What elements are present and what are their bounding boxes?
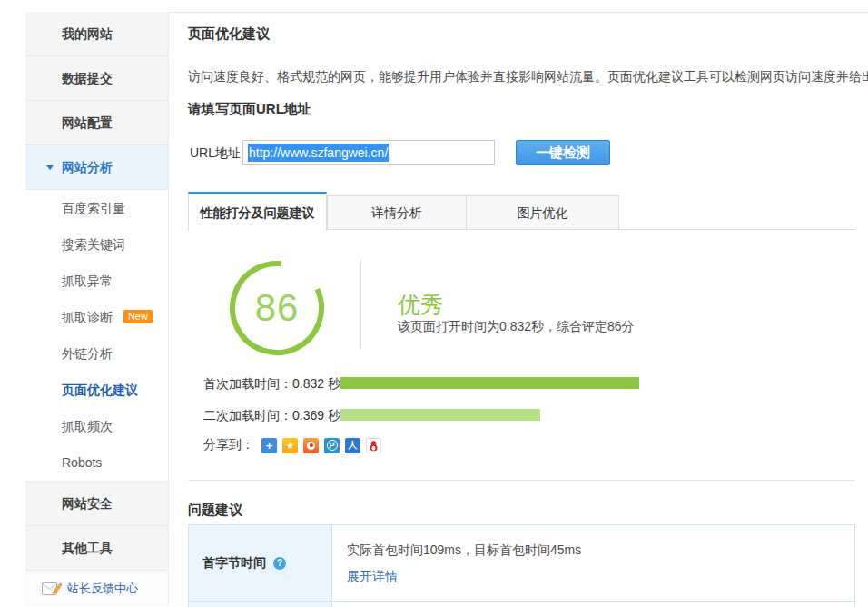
issues-title: 问题建议 [188,502,242,519]
feedback-center-link[interactable]: 站长反馈中心 [25,571,168,606]
analysis-submenu: 百度索引量 搜索关键词 抓取异常 抓取诊断 New 外链分析 页面优化建议 抓取… [25,190,168,482]
section-divider [188,480,855,481]
main-content: 页面优化建议 访问速度良好、格式规范的网页，能够提升用户体验并直接影响网站流量。… [188,12,855,607]
sidebar-item-label: 我的网站 [62,26,113,41]
feedback-center-label: 站长反馈中心 [67,581,138,597]
sidebar-item-label: 网站配置 [62,115,113,130]
share-label: 分享到： [203,437,254,453]
pengyou-p: P [327,440,338,451]
sidebar-item-robots[interactable]: Robots [25,444,168,481]
caret-down-icon [46,165,54,170]
issues-table: 首字节时间 ? 实际首包时间109ms，目标首包时间45ms 展开详情 [188,524,855,607]
result-tabs: 性能打分及问题建议 详情分析 图片优化 [188,192,855,230]
sina-weibo-icon[interactable] [303,438,319,453]
metric-label: 二次加载时间： [203,408,292,424]
metric-bar [340,377,639,389]
sidebar-item-my-site[interactable]: 我的网站 [25,12,168,56]
sidebar-item-crawl-frequency[interactable]: 抓取频次 [25,408,168,444]
score-grade: 优秀 [398,290,443,320]
metric-value: 0.369 秒 [292,408,340,424]
sidebar-item-site-config[interactable]: 网站配置 [25,101,168,145]
sidebar-item-crawl-errors[interactable]: 抓取异常 [25,263,168,299]
sidebar-item-label: 网站分析 [62,160,113,174]
sidebar-item-label: 网站安全 [62,496,113,511]
url-input-label: URL地址 [190,145,241,162]
url-input-selected-text: http://www.szfangwei.cn/ [248,144,389,162]
score-ring: 86 [226,257,328,359]
score-summary: 该页面打开时间为0.832秒，综合评定86分 [398,319,635,335]
renren-icon[interactable]: 人 [345,438,360,453]
url-input[interactable]: http://www.szfangwei.cn/ [242,140,495,165]
issue-detail-cell [332,602,854,607]
tencent-weibo-icon[interactable] [366,438,381,453]
metric-label: 首次加载时间： [203,376,292,393]
envelope-pencil-icon [42,582,62,596]
new-badge: New [123,310,153,323]
sidebar-item-label: 数据提交 [62,71,113,85]
page-description: 访问速度良好、格式规范的网页，能够提升用户体验并直接影响网站流量。页面优化建议工… [188,69,868,85]
url-section-title: 请填写页面URL地址 [188,101,311,118]
sidebar-item-site-security[interactable]: 网站安全 [25,482,168,526]
weibo-eye [307,442,315,450]
share-bar: 分享到： + ★ P 人 [203,437,387,453]
score-value: 86 [226,257,328,359]
check-button[interactable]: 一键检测 [516,140,610,165]
sidebar-item-label: 抓取诊断 [62,310,113,324]
sidebar-item-page-optimization[interactable]: 页面优化建议 [25,372,168,408]
url-form: URL地址 http://www.szfangwei.cn/ 一键检测 [188,140,855,165]
sidebar-item-data-submit[interactable]: 数据提交 [25,56,168,101]
issue-name-cell [189,602,332,607]
tab-detail-analysis[interactable]: 详情分析 [327,195,467,230]
table-row-partial [189,602,854,607]
issue-name-cell: 首字节时间 ? [189,525,332,601]
issue-detail-cell: 实际首包时间109ms，目标首包时间45ms 展开详情 [332,525,854,601]
sidebar: 我的网站 数据提交 网站配置 网站分析 百度索引量 搜索关键词 抓取异常 抓取诊… [25,12,169,606]
penguin-glyph [368,440,380,452]
sidebar-item-baidu-index[interactable]: 百度索引量 [25,190,168,226]
metric-second-load: 二次加载时间： 0.369 秒 [188,408,855,423]
sidebar-item-other-tools[interactable]: 其他工具 [25,526,168,571]
sidebar-item-label: 其他工具 [62,541,113,555]
issue-detail-text: 实际首包时间109ms，目标首包时间45ms [347,542,854,559]
metric-first-load: 首次加载时间： 0.832 秒 [188,376,855,391]
metric-value: 0.832 秒 [292,376,340,393]
help-icon[interactable]: ? [273,557,286,570]
issue-name: 首字节时间 [202,555,266,572]
table-row: 首字节时间 ? 实际首包时间109ms，目标首包时间45ms 展开详情 [189,525,854,602]
qzone-icon[interactable]: ★ [282,438,298,453]
tab-performance-score[interactable]: 性能打分及问题建议 [188,192,327,231]
sidebar-item-search-keywords[interactable]: 搜索关键词 [25,226,168,263]
page-title: 页面优化建议 [188,25,270,43]
page: 我的网站 数据提交 网站配置 网站分析 百度索引量 搜索关键词 抓取异常 抓取诊… [0,0,868,607]
sidebar-item-site-analysis[interactable]: 网站分析 [25,145,168,190]
sidebar-item-backlink-analysis[interactable]: 外链分析 [25,335,168,372]
metric-bar [340,409,540,421]
tab-image-optimization[interactable]: 图片优化 [466,195,619,230]
score-divider [360,259,361,350]
sidebar-item-crawl-diagnosis[interactable]: 抓取诊断 New [25,299,168,335]
pengyou-icon[interactable]: P [324,438,340,453]
share-more-icon[interactable]: + [261,438,277,453]
expand-details-link[interactable]: 展开详情 [347,569,398,585]
